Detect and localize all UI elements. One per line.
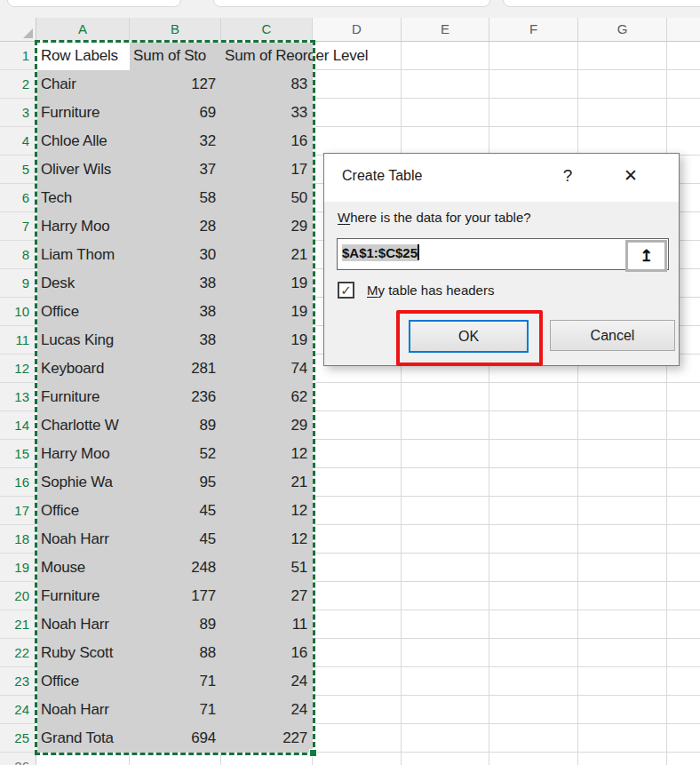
row-number[interactable]: 9 [0,269,36,298]
marching-ants-border [35,40,315,755]
row-number[interactable]: 2 [0,70,36,99]
row-number[interactable]: 18 [0,525,36,554]
column-header-a[interactable]: A [36,18,130,42]
headers-label-text: y table has headers [378,283,495,298]
help-icon[interactable]: ? [557,166,578,186]
range-input-value: $A$1:$C$25 [342,244,419,260]
prompt-text: here is the data for your table? [350,210,530,225]
collapse-dialog-icon: ↥ [640,246,653,266]
row-number[interactable]: 3 [0,99,36,127]
cancel-button[interactable]: Cancel [550,320,675,351]
row-number[interactable]: 19 [0,554,36,582]
checkmark-icon: ✓ [340,283,352,297]
select-all-corner[interactable] [0,18,36,42]
row-number[interactable]: 17 [0,497,36,525]
row-number[interactable]: 23 [0,667,36,696]
row-number[interactable]: 14 [0,411,36,440]
text-caret [418,244,419,260]
column-header-g[interactable]: G [578,18,667,42]
column-header-b[interactable]: B [130,18,221,42]
row-number[interactable]: 24 [0,696,36,724]
row-number[interactable]: 8 [0,241,36,269]
formula-bar[interactable] [213,0,490,7]
range-input[interactable]: $A$1:$C$25 ↥ [337,238,669,270]
fill-handle[interactable] [309,749,317,757]
row-number[interactable]: 6 [0,184,36,212]
row-number[interactable]: 13 [0,383,36,411]
row-number[interactable]: 1 [0,42,36,70]
column-header-partial[interactable] [667,18,700,42]
close-icon[interactable]: ✕ [619,165,642,186]
create-table-dialog: Create Table ? ✕ Where is the data for y… [323,153,680,366]
column-header-e[interactable]: E [402,18,489,42]
headers-accelerator: M [367,283,378,298]
row-number[interactable]: 12 [0,355,36,383]
column-header-f[interactable]: F [489,18,578,42]
select-all-triangle-icon [23,28,33,38]
row-number[interactable]: 22 [0,639,36,667]
row-number[interactable]: 7 [0,212,36,241]
red-highlight-annotation [396,310,543,366]
dialog-title: Create Table [342,168,422,184]
name-box[interactable] [7,0,181,7]
headers-checkbox-label[interactable]: My table has headers [367,283,494,298]
row-number[interactable]: 11 [0,326,36,355]
headers-checkbox[interactable]: ✓ [338,282,354,299]
row-number[interactable]: 20 [0,582,36,610]
range-prompt-label: Where is the data for your table? [338,210,531,225]
prompt-accelerator: W [338,210,350,225]
excel-window: A B C D E F G 1 Row Labels Sum of Sto Su… [0,0,700,765]
row-number[interactable]: 25 [0,724,36,753]
formula-bar-strip [0,0,700,18]
range-picker-button[interactable]: ↥ [625,240,667,272]
row-number[interactable]: 16 [0,468,36,497]
row-number[interactable]: 26 [0,753,36,765]
column-header-c[interactable]: C [221,18,313,42]
row-number[interactable]: 10 [0,298,36,326]
row-number[interactable]: 4 [0,127,36,155]
column-header-d[interactable]: D [313,18,402,42]
row-number[interactable]: 21 [0,610,36,639]
row-number[interactable]: 15 [0,440,36,468]
formula-bar-extension[interactable] [503,0,700,7]
row-number[interactable]: 5 [0,155,36,184]
